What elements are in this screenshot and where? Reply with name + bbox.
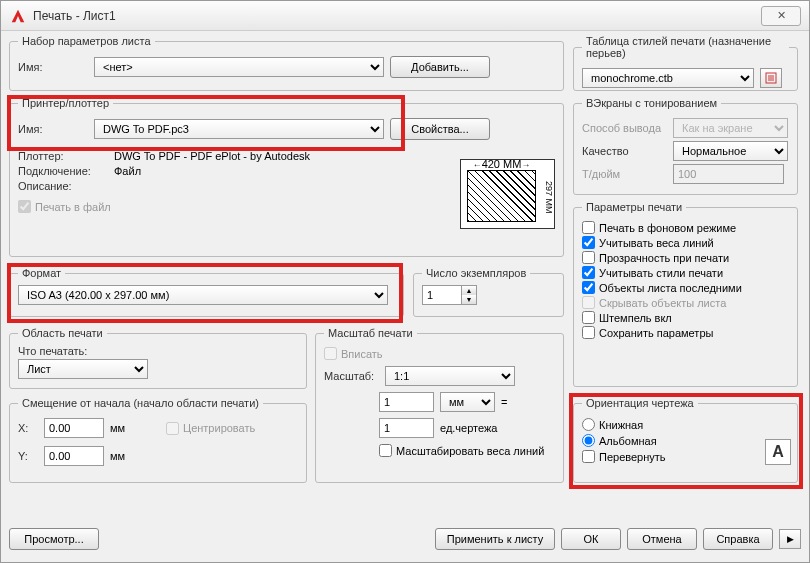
plotstyle-edit-button[interactable]: [760, 68, 782, 88]
offset-x-label: X:: [18, 422, 38, 434]
plotter-label: Плоттер:: [18, 150, 108, 162]
scale-v1-input[interactable]: [379, 392, 434, 412]
copies-up[interactable]: ▲: [462, 286, 476, 295]
offset-y-label: Y:: [18, 450, 38, 462]
center-label: Центрировать: [183, 422, 255, 434]
vp-qual-label: Качество: [582, 145, 667, 157]
format-group: Формат ISO A3 (420.00 x 297.00 мм): [9, 267, 404, 317]
trans-checkbox[interactable]: [582, 251, 595, 264]
save-checkbox[interactable]: [582, 326, 595, 339]
printer-name-label: Имя:: [18, 123, 88, 135]
vp-method-label: Способ вывода: [582, 122, 667, 134]
portrait-label: Книжная: [599, 419, 643, 431]
page-setup-group: Набор параметров листа Имя: <нет> Добави…: [9, 35, 564, 91]
scale-v2-input[interactable]: [379, 418, 434, 438]
offset-group: Смещение от начала (начало области печат…: [9, 397, 307, 483]
printer-legend: Принтер/плоттер: [18, 97, 113, 109]
portrait-radio[interactable]: [582, 418, 595, 431]
print-dialog: Печать - Лист1 ✕ Набор параметров листа …: [0, 0, 810, 563]
orient-legend: Ориентация чертежа: [582, 397, 698, 409]
scale-legend: Масштаб печати: [324, 327, 417, 339]
sheets-checkbox[interactable]: [582, 281, 595, 294]
scale-unit-select[interactable]: мм: [440, 392, 495, 412]
plotarea-legend: Область печати: [18, 327, 107, 339]
flip-label: Перевернуть: [599, 451, 666, 463]
hide-label: Скрывать объекты листа: [599, 297, 726, 309]
plotstyle-group: Таблица стилей печати (назначение перьев…: [573, 35, 798, 91]
copies-spinbox[interactable]: ▲▼: [422, 285, 477, 305]
format-legend: Формат: [18, 267, 65, 279]
flip-checkbox[interactable]: [582, 450, 595, 463]
print-to-file-label: Печать в файл: [35, 201, 111, 213]
conn-value: Файл: [114, 165, 141, 177]
center-checkbox: [166, 422, 179, 435]
landscape-label: Альбомная: [599, 435, 657, 447]
save-label: Сохранить параметры: [599, 327, 713, 339]
pageset-add-button[interactable]: Добавить...: [390, 56, 490, 78]
orient-icon: A: [765, 439, 791, 465]
vp-qual-select[interactable]: Нормальное: [673, 141, 788, 161]
conn-label: Подключение:: [18, 165, 108, 177]
offset-y-input[interactable]: [44, 446, 104, 466]
help-button[interactable]: Справка: [703, 528, 773, 550]
printer-group: Принтер/плоттер Имя: DWG To PDF.pc3 Свой…: [9, 97, 564, 257]
printparams-group: Параметры печати Печать в фоновом режиме…: [573, 201, 798, 387]
printer-props-button[interactable]: Свойства...: [390, 118, 490, 140]
window-title: Печать - Лист1: [33, 9, 761, 23]
vp-dpi-input: [673, 164, 784, 184]
scale-lw-label: Масштабировать веса линий: [396, 445, 544, 457]
offset-x-input[interactable]: [44, 418, 104, 438]
print-to-file-checkbox: [18, 200, 31, 213]
apply-button[interactable]: Применить к листу: [435, 528, 555, 550]
orient-group: Ориентация чертежа Книжная Альбомная Пер…: [573, 397, 798, 483]
hide-checkbox: [582, 296, 595, 309]
expand-button[interactable]: ▶: [779, 529, 801, 549]
format-select[interactable]: ISO A3 (420.00 x 297.00 мм): [18, 285, 388, 305]
fit-checkbox: [324, 347, 337, 360]
copies-group: Число экземпляров ▲▼: [413, 267, 564, 317]
viewports-legend: ВЭкраны с тонированием: [582, 97, 721, 109]
what-label: Что печатать:: [18, 345, 298, 357]
pageset-name-select[interactable]: <нет>: [94, 57, 384, 77]
printparams-legend: Параметры печати: [582, 201, 686, 213]
preview-width: ←420 MM→: [471, 158, 532, 170]
ok-button[interactable]: ОК: [561, 528, 621, 550]
scale-units-label: ед.чертежа: [440, 422, 497, 434]
what-select[interactable]: Лист: [18, 359, 148, 379]
titlebar: Печать - Лист1 ✕: [1, 1, 809, 31]
copies-down[interactable]: ▼: [462, 295, 476, 304]
offset-legend: Смещение от начала (начало области печат…: [18, 397, 263, 409]
cancel-button[interactable]: Отмена: [627, 528, 697, 550]
scale-group: Масштаб печати Вписать Масштаб: 1:1 мм =…: [315, 327, 564, 483]
desc-label: Описание:: [18, 180, 108, 192]
plotarea-group: Область печати Что печатать: Лист: [9, 327, 307, 389]
weights-checkbox[interactable]: [582, 236, 595, 249]
vp-dpi-label: Т/дюйм: [582, 168, 667, 180]
stamp-checkbox[interactable]: [582, 311, 595, 324]
offset-y-mm: мм: [110, 450, 140, 462]
offset-x-mm: мм: [110, 422, 140, 434]
copies-legend: Число экземпляров: [422, 267, 530, 279]
copies-input[interactable]: [422, 285, 462, 305]
styles-checkbox[interactable]: [582, 266, 595, 279]
sheets-label: Объекты листа последними: [599, 282, 742, 294]
scale-label: Масштаб:: [324, 370, 379, 382]
plotstyle-legend: Таблица стилей печати (назначение перьев…: [582, 35, 789, 59]
bg-checkbox[interactable]: [582, 221, 595, 234]
styles-label: Учитывать стили печати: [599, 267, 723, 279]
autocad-logo: [9, 7, 27, 25]
preview-button[interactable]: Просмотр...: [9, 528, 99, 550]
landscape-radio[interactable]: [582, 434, 595, 447]
scale-eq: =: [501, 396, 507, 408]
scale-lw-checkbox[interactable]: [379, 444, 392, 457]
fit-label: Вписать: [341, 348, 383, 360]
preview-height: 297 MM: [544, 176, 554, 218]
vp-method-select: Как на экране: [673, 118, 788, 138]
bg-label: Печать в фоновом режиме: [599, 222, 736, 234]
plotstyle-select[interactable]: monochrome.ctb: [582, 68, 754, 88]
viewports-group: ВЭкраны с тонированием Способ вывода Как…: [573, 97, 798, 195]
close-button[interactable]: ✕: [761, 6, 801, 26]
trans-label: Прозрачность при печати: [599, 252, 729, 264]
printer-name-select[interactable]: DWG To PDF.pc3: [94, 119, 384, 139]
scale-select[interactable]: 1:1: [385, 366, 515, 386]
